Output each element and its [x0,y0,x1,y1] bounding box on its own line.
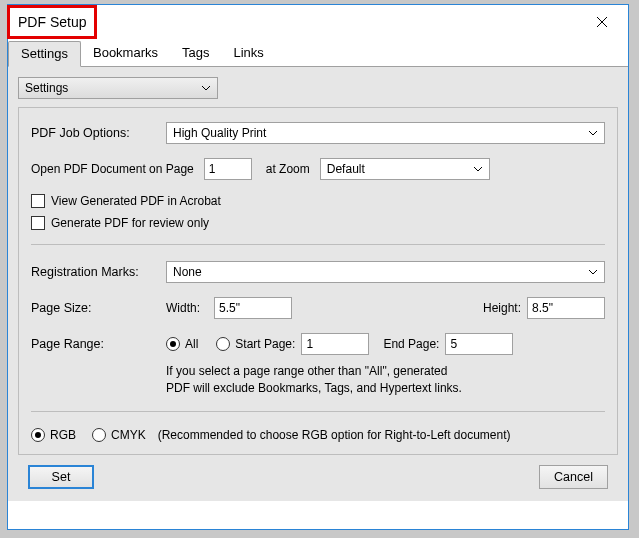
settings-subtab-value: Settings [25,81,68,95]
job-options-value: High Quality Print [173,126,266,140]
rgb-radio[interactable] [31,428,45,442]
width-input[interactable] [214,297,292,319]
job-options-select[interactable]: High Quality Print [166,122,605,144]
review-only-checkbox[interactable] [31,216,45,230]
settings-subtab-select[interactable]: Settings [18,77,218,99]
tab-bar: Settings Bookmarks Tags Links [8,41,628,67]
range-all-label: All [185,337,198,351]
set-button[interactable]: Set [28,465,94,489]
tab-bookmarks[interactable]: Bookmarks [81,41,170,66]
tab-tags[interactable]: Tags [170,41,221,66]
titlebar: PDF Setup [8,5,628,39]
zoom-value: Default [327,162,365,176]
page-range-label: Page Range: [31,337,166,351]
settings-inner: PDF Job Options: High Quality Print Open… [18,107,618,455]
cancel-button[interactable]: Cancel [539,465,608,489]
view-acrobat-label: View Generated PDF in Acrobat [51,194,221,208]
divider [31,411,605,412]
job-options-label: PDF Job Options: [31,126,166,140]
height-input[interactable] [527,297,605,319]
reg-marks-label: Registration Marks: [31,265,166,279]
range-all-radio[interactable] [166,337,180,351]
range-note-1: If you select a page range other than "A… [166,363,605,380]
window-title: PDF Setup [7,5,97,39]
range-note-2: PDF will exclude Bookmarks, Tags, and Hy… [166,380,605,397]
close-icon [596,16,608,28]
close-button[interactable] [582,8,622,36]
open-page-input[interactable] [204,158,252,180]
at-zoom-label: at Zoom [266,162,310,176]
open-page-label: Open PDF Document on Page [31,162,194,176]
view-acrobat-checkbox[interactable] [31,194,45,208]
cmyk-radio[interactable] [92,428,106,442]
start-page-input[interactable] [301,333,369,355]
width-label: Width: [166,301,214,315]
page-size-label: Page Size: [31,301,166,315]
review-only-label: Generate PDF for review only [51,216,209,230]
reg-marks-value: None [173,265,202,279]
chevron-down-icon [588,130,598,136]
cmyk-label: CMYK [111,428,146,442]
pdf-setup-dialog: PDF Setup Settings Bookmarks Tags Links … [7,4,629,530]
reg-marks-select[interactable]: None [166,261,605,283]
height-label: Height: [483,301,521,315]
end-page-label: End Page: [383,337,439,351]
dialog-footer: Set Cancel [18,455,618,489]
chevron-down-icon [201,85,211,91]
tab-settings[interactable]: Settings [8,41,81,67]
end-page-input[interactable] [445,333,513,355]
start-page-label: Start Page: [235,337,295,351]
tab-links[interactable]: Links [221,41,275,66]
settings-panel: Settings PDF Job Options: High Quality P… [8,67,628,501]
range-start-radio[interactable] [216,337,230,351]
color-note: (Recommended to choose RGB option for Ri… [158,428,511,442]
chevron-down-icon [588,269,598,275]
divider [31,244,605,245]
rgb-label: RGB [50,428,76,442]
chevron-down-icon [473,166,483,172]
zoom-select[interactable]: Default [320,158,490,180]
